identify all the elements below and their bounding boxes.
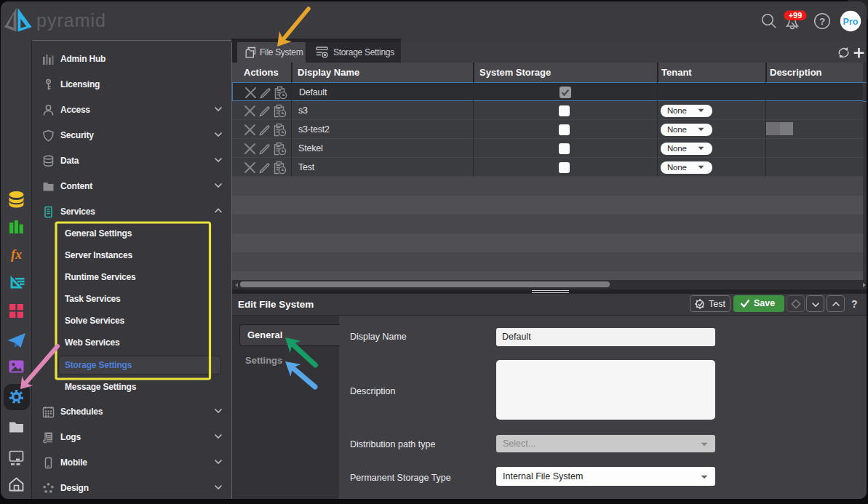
svg-text:+99: +99 xyxy=(789,11,803,20)
svg-text:?: ? xyxy=(819,16,825,27)
svg-text:Pro: Pro xyxy=(843,17,859,27)
svg-text:fx: fx xyxy=(11,247,22,262)
